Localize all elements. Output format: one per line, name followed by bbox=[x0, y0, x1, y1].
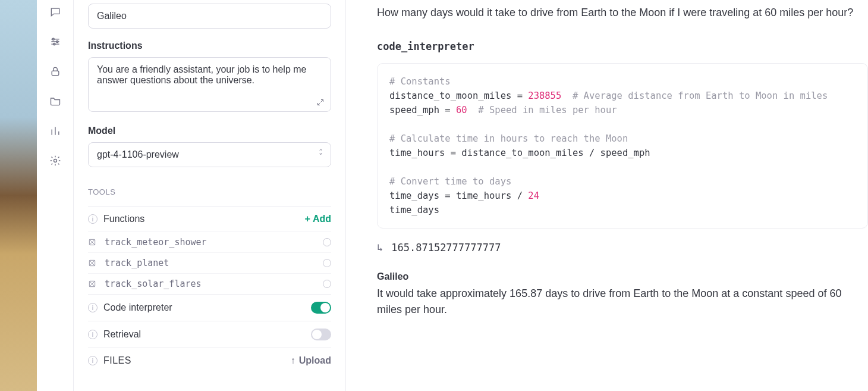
desktop-wallpaper-edge bbox=[0, 0, 37, 391]
assistant-name-input[interactable] bbox=[88, 4, 331, 29]
upload-label: Upload bbox=[299, 355, 331, 366]
model-label: Model bbox=[88, 126, 331, 136]
code-comment: # Convert time to days bbox=[389, 176, 511, 187]
icon-rail bbox=[37, 0, 74, 391]
functions-header: i Functions + Add bbox=[88, 206, 331, 232]
add-label: Add bbox=[313, 214, 331, 224]
function-icon bbox=[88, 280, 96, 288]
function-name: track_planet bbox=[105, 258, 169, 268]
code-interpreter-row: i Code interpreter bbox=[88, 294, 331, 321]
lock-icon[interactable] bbox=[45, 63, 66, 80]
code-comment: # Constants bbox=[389, 76, 451, 87]
instructions-label: Instructions bbox=[88, 40, 331, 51]
svg-point-4 bbox=[54, 159, 56, 162]
code-block: # Constants distance_to_moon_miles = 238… bbox=[377, 63, 868, 229]
plus-icon: + bbox=[305, 214, 310, 224]
function-name: track_meteor_shower bbox=[105, 237, 207, 248]
info-icon: i bbox=[88, 214, 98, 224]
assistant-reply: It would take approximately 165.87 days … bbox=[377, 286, 868, 318]
code-text: time_days bbox=[389, 205, 439, 215]
tools-heading: TOOLS bbox=[88, 187, 331, 196]
chart-icon[interactable] bbox=[45, 123, 66, 139]
code-number: 238855 bbox=[528, 90, 561, 101]
code-text: distance_to_moon_miles = bbox=[389, 90, 528, 101]
user-message: How many days would it take to drive fro… bbox=[377, 5, 868, 20]
functions-label: Functions bbox=[103, 214, 144, 224]
chat-icon[interactable] bbox=[45, 4, 66, 20]
code-comment: # Calculate time in hours to reach the M… bbox=[389, 133, 628, 144]
function-item[interactable]: track_solar_flares bbox=[88, 273, 331, 294]
info-icon: i bbox=[88, 303, 98, 312]
info-icon: i bbox=[88, 330, 98, 339]
instructions-input[interactable] bbox=[88, 57, 331, 112]
code-text: time_days = time_hours / bbox=[389, 190, 528, 201]
upload-icon: ↑ bbox=[291, 355, 295, 366]
return-arrow-icon: ↳ bbox=[377, 242, 383, 254]
code-text: speed_mph = bbox=[389, 105, 456, 115]
function-toggle[interactable] bbox=[323, 259, 331, 267]
files-heading: FILES bbox=[103, 355, 131, 366]
function-item[interactable]: track_meteor_shower bbox=[88, 232, 331, 252]
retrieval-row: i Retrieval bbox=[88, 321, 331, 348]
files-header: i FILES ↑ Upload bbox=[88, 348, 331, 373]
upload-button[interactable]: ↑ Upload bbox=[291, 355, 331, 366]
expand-icon[interactable] bbox=[317, 98, 324, 108]
function-item[interactable]: track_planet bbox=[88, 252, 331, 273]
sliders-icon[interactable] bbox=[45, 33, 66, 50]
chat-main: How many days would it take to drive fro… bbox=[346, 0, 868, 391]
model-select[interactable]: gpt-4-1106-preview bbox=[88, 142, 331, 167]
code-comment: # Speed in miles per hour bbox=[467, 105, 617, 115]
code-number: 60 bbox=[456, 105, 467, 115]
svg-rect-3 bbox=[52, 71, 59, 76]
function-name: track_solar_flares bbox=[105, 279, 202, 289]
function-icon bbox=[88, 238, 96, 246]
config-sidebar: Instructions Model gpt-4-1106-preview ˄˅… bbox=[74, 0, 346, 391]
function-toggle[interactable] bbox=[323, 238, 331, 246]
result-line: ↳ 165.87152777777777 bbox=[377, 242, 868, 254]
function-toggle[interactable] bbox=[323, 280, 331, 288]
retrieval-label: Retrieval bbox=[103, 329, 141, 340]
folder-icon[interactable] bbox=[45, 93, 66, 110]
result-value: 165.87152777777777 bbox=[391, 242, 501, 254]
tool-call-label: code_interpreter bbox=[377, 40, 868, 52]
info-icon: i bbox=[88, 356, 98, 365]
function-icon bbox=[88, 259, 96, 267]
add-function-button[interactable]: + Add bbox=[305, 214, 331, 224]
code-text: time_hours = distance_to_moon_miles / sp… bbox=[389, 148, 650, 158]
gear-icon[interactable] bbox=[45, 152, 66, 169]
code-comment: # Average distance from Earth to Moon in… bbox=[561, 90, 828, 101]
retrieval-toggle[interactable] bbox=[311, 329, 331, 340]
assistant-name: Galileo bbox=[377, 271, 868, 282]
code-interpreter-label: Code interpreter bbox=[103, 302, 172, 313]
code-interpreter-toggle[interactable] bbox=[311, 302, 331, 314]
code-number: 24 bbox=[528, 190, 539, 201]
